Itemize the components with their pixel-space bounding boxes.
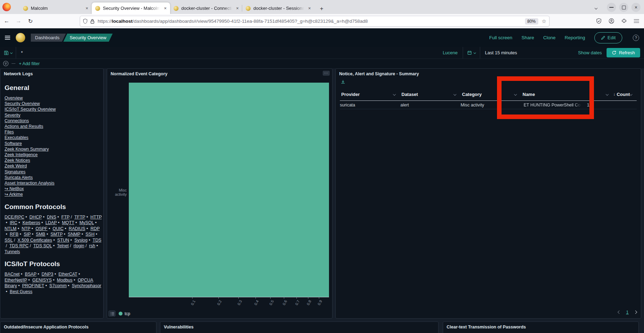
edit-button[interactable]: Edit — [594, 32, 622, 43]
lock-icon[interactable] — [90, 19, 94, 24]
close-tab-icon[interactable]: × — [85, 6, 88, 11]
browser-tab-security-overview[interactable]: Security Overview - Malcolm × — [92, 2, 170, 14]
query-input[interactable]: * — [16, 50, 438, 55]
table-column-header[interactable]: Provider — [340, 88, 400, 100]
protocol-link[interactable]: HTTP — [90, 215, 102, 220]
extensions-icon[interactable] — [621, 18, 627, 24]
breadcrumb-dashboards[interactable]: Dashboards — [31, 34, 66, 42]
sidebar-link[interactable]: Severity — [5, 112, 99, 118]
sidebar-link[interactable]: ICS/IoT Security Overview — [5, 106, 99, 112]
share-link[interactable]: Share — [522, 35, 534, 40]
protocol-link[interactable]: EtherCAT — [58, 272, 77, 277]
app-menu-icon[interactable] — [5, 36, 10, 40]
protocol-link[interactable]: NTLM — [5, 226, 16, 231]
tracking-shield-icon[interactable] — [83, 19, 88, 24]
protocol-link[interactable]: DCE/RPC — [5, 215, 24, 220]
next-page-icon[interactable] — [634, 311, 637, 314]
protocol-link[interactable]: BACnet — [5, 272, 20, 277]
tab-list-chevron-icon[interactable] — [595, 7, 597, 9]
protections-shield-icon[interactable] — [596, 18, 602, 24]
full-screen-link[interactable]: Full screen — [489, 35, 512, 40]
sidebar-link[interactable]: Asset Interaction Analysis — [5, 180, 99, 186]
query-language-button[interactable]: Lucene — [438, 50, 463, 55]
protocol-link[interactable]: Telnet — [57, 243, 69, 248]
sidebar-link[interactable]: Zeek Known Summary — [5, 146, 99, 152]
legend-toggle-icon[interactable] — [108, 311, 115, 317]
previous-page-icon[interactable] — [617, 311, 621, 314]
protocol-link[interactable]: Synchrophasor — [72, 283, 101, 288]
protocol-link[interactable]: Kerberos — [22, 220, 40, 225]
sidebar-link[interactable]: ↪ NetBox — [5, 186, 99, 192]
protocol-link[interactable]: RADIUS — [69, 226, 85, 231]
protocol-link[interactable]: LDAP — [46, 220, 57, 225]
menu-icon[interactable] — [634, 19, 639, 23]
table-column-header[interactable]: ↓Count — [613, 88, 637, 100]
protocol-link[interactable]: PROFINET — [22, 283, 44, 288]
protocol-link[interactable]: MySQL — [79, 220, 94, 225]
account-icon[interactable] — [609, 18, 614, 24]
download-csv-icon[interactable] — [341, 79, 345, 86]
protocol-link[interactable]: TDS SQL — [33, 243, 52, 248]
show-dates-button[interactable]: Show dates — [578, 50, 602, 55]
protocol-link[interactable]: rsh — [89, 243, 95, 248]
protocol-link[interactable]: X.509 Certificates — [18, 238, 52, 243]
protocol-link[interactable]: SMB — [36, 232, 45, 237]
protocol-link[interactable]: OSPF — [35, 226, 47, 231]
sidebar-link[interactable]: Executables — [5, 135, 99, 140]
protocol-link[interactable]: QUIC — [52, 226, 63, 231]
protocol-link[interactable]: SSH — [85, 232, 94, 237]
date-picker-button[interactable] — [463, 47, 480, 58]
firefox-icon[interactable] — [2, 3, 11, 11]
panel-options-icon[interactable]: ⋯ — [323, 71, 330, 76]
browser-tab-sessions[interactable]: docker-cluster - Sessions × — [242, 2, 314, 14]
page-zoom-badge[interactable]: 80% — [525, 18, 538, 25]
url-bar[interactable]: https://localhost/dashboards/app/dashboa… — [80, 16, 550, 27]
protocol-link[interactable]: DHCP — [29, 215, 42, 220]
sidebar-link[interactable]: Software — [5, 141, 99, 146]
protocol-link[interactable]: IRC — [10, 220, 18, 225]
protocol-link[interactable]: Tunnels — [5, 249, 20, 254]
protocol-link[interactable]: SSL — [5, 238, 13, 243]
help-icon[interactable]: ? — [633, 35, 639, 41]
protocol-link[interactable]: TDS RPC — [9, 243, 29, 248]
table-column-header[interactable]: Dataset — [400, 88, 461, 100]
protocol-link[interactable]: Syslog — [74, 238, 88, 243]
protocol-link[interactable]: SMTP — [50, 232, 63, 237]
protocol-link[interactable]: BSAP — [25, 272, 36, 277]
protocol-link[interactable]: SIP — [24, 232, 31, 237]
window-minimize-button[interactable] — [607, 3, 616, 12]
protocol-link[interactable]: S7comm — [49, 283, 66, 288]
refresh-button[interactable]: Refresh — [607, 48, 640, 57]
protocol-link[interactable]: TFTP — [74, 215, 85, 220]
protocol-link[interactable]: EtherNet/IP — [5, 278, 27, 283]
protocol-link[interactable]: Best Guess — [10, 289, 33, 294]
protocol-link[interactable]: GENISYS — [32, 278, 52, 283]
sidebar-link[interactable]: Actions and Results — [5, 124, 99, 129]
protocol-link[interactable]: SNMP — [68, 232, 80, 237]
filter-icon[interactable] — [3, 61, 9, 67]
protocol-link[interactable]: FTP — [61, 215, 69, 220]
window-close-button[interactable]: × — [631, 3, 640, 12]
protocol-link[interactable]: MQTT — [62, 220, 74, 225]
saved-query-button[interactable] — [0, 47, 16, 58]
browser-tab-malcolm[interactable]: Malcolm × — [20, 2, 92, 14]
protocol-link[interactable]: TDS — [93, 238, 102, 243]
sidebar-link[interactable]: Suricata Alerts — [5, 175, 99, 180]
page-number[interactable]: 1 — [626, 310, 629, 315]
add-filter-button[interactable]: + Add filter — [19, 61, 40, 66]
protocol-link[interactable]: Modbus — [57, 278, 72, 283]
browser-tab-connections[interactable]: docker-cluster - Connecti × — [170, 2, 242, 14]
sidebar-link[interactable]: Overview — [5, 95, 99, 101]
window-restore-button[interactable] — [619, 3, 628, 12]
sidebar-link[interactable]: Signatures — [5, 169, 99, 175]
chevron-down-icon[interactable] — [606, 93, 609, 96]
protocol-link[interactable]: NTP — [22, 226, 30, 231]
back-icon[interactable]: ← — [1, 16, 12, 26]
sidebar-link[interactable]: Zeek Intelligence — [5, 152, 99, 158]
close-tab-icon[interactable]: × — [308, 6, 311, 11]
sidebar-link[interactable]: Zeek Weird — [5, 163, 99, 169]
legend-item-tcp[interactable]: tcp — [119, 311, 130, 316]
forward-icon[interactable]: → — [13, 16, 24, 26]
reload-icon[interactable]: ↻ — [25, 16, 36, 26]
sidebar-link[interactable]: Connections — [5, 118, 99, 124]
